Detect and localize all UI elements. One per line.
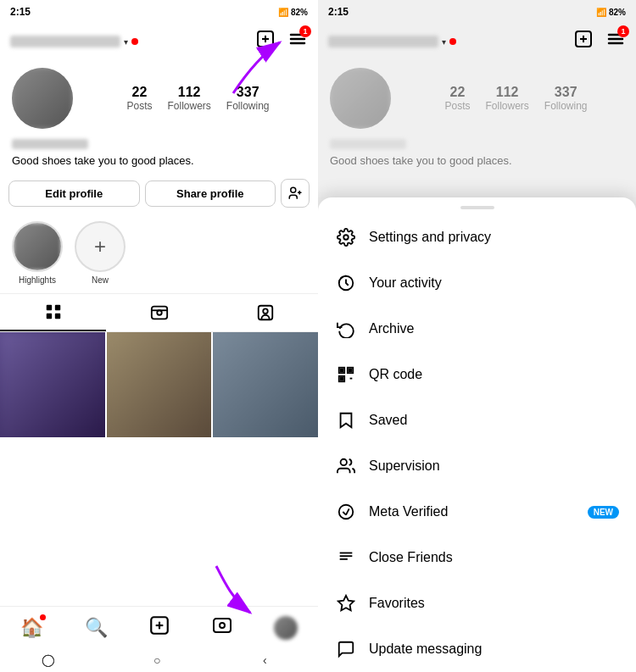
posts-grid [0, 332, 318, 606]
supervision-label: Supervision [369, 458, 440, 474]
svg-rect-10 [54, 305, 59, 310]
following-stat-right: 337 Following [544, 85, 588, 112]
posts-stat-right: 22 Posts [444, 85, 470, 112]
followers-label: Followers [167, 100, 210, 112]
avatar-right [330, 68, 391, 129]
bio-section-right: Good shoes take you to good places. [318, 137, 636, 174]
settings-icon [335, 226, 357, 248]
sheet-item-archive[interactable]: Archive [318, 306, 636, 352]
top-nav-left: ▾ 1 [0, 24, 318, 59]
svg-point-6 [291, 187, 296, 192]
status-icons-right: 📶 82% [596, 8, 626, 17]
add-friend-button[interactable] [281, 179, 310, 208]
dropdown-icon[interactable]: ▾ [124, 37, 128, 47]
tab-reels[interactable] [106, 294, 212, 331]
bio-text-right: Good shoes take you to good places. [330, 154, 624, 167]
sheet-item-supervision[interactable]: Supervision [318, 443, 636, 489]
activity-label: Your activity [369, 275, 442, 291]
followers-count: 112 [178, 85, 201, 100]
nav-home[interactable]: 🏠 [20, 617, 43, 639]
profile-section: 22 Posts 112 Followers 337 Following [0, 59, 318, 137]
nav-search[interactable]: 🔍 [85, 617, 108, 639]
followers-label-right: Followers [485, 100, 528, 112]
nav-reels[interactable] [212, 615, 232, 641]
notification-badge: 1 [299, 25, 311, 37]
sheet-item-activity[interactable]: Your activity [318, 260, 636, 306]
menu-button-right[interactable]: 1 [605, 29, 626, 54]
bottom-nav-left: 🏠 🔍 [0, 606, 318, 648]
username-area: ▾ [10, 36, 138, 47]
dropdown-icon-right[interactable]: ▾ [442, 37, 446, 47]
svg-rect-12 [54, 314, 59, 319]
android-nav-left: ⃝⃝⃝ ○ ‹ [0, 648, 318, 672]
activity-dot-right [449, 38, 456, 45]
tab-grid[interactable] [0, 294, 106, 331]
avatar [12, 68, 73, 129]
svg-point-46 [341, 459, 347, 465]
svg-rect-9 [46, 305, 51, 310]
tab-tagged[interactable] [212, 294, 318, 331]
status-bar-left: 2:15 📶 82% [0, 0, 318, 24]
left-phone-panel: 2:15 📶 82% ▾ [0, 0, 318, 672]
username-blur [10, 36, 120, 47]
tabs-bar [0, 293, 318, 332]
share-profile-button[interactable]: Share profile [145, 180, 276, 207]
sheet-item-close-friends[interactable]: Close Friends [318, 535, 636, 580]
following-count: 337 [237, 85, 259, 100]
highlight-new-label: New [92, 275, 109, 285]
following-stat[interactable]: 337 Following [226, 85, 270, 112]
svg-rect-11 [46, 314, 51, 319]
top-nav-right: ▾ 1 [318, 24, 636, 59]
close-friends-icon [335, 547, 357, 569]
svg-rect-37 [349, 369, 352, 372]
sheet-item-saved[interactable]: Saved [318, 397, 636, 443]
archive-label: Archive [369, 321, 414, 336]
display-name-right [330, 139, 406, 149]
username-blur-right [328, 36, 438, 47]
svg-rect-13 [151, 307, 166, 319]
nav-add[interactable] [148, 614, 170, 641]
posts-count-right: 22 [450, 85, 466, 100]
sheet-item-favorites[interactable]: Favorites [318, 580, 636, 626]
stats-area: 22 Posts 112 Followers 337 Following [90, 85, 306, 112]
svg-line-49 [346, 508, 349, 514]
qrcode-label: QR code [369, 367, 422, 382]
post-thumb[interactable] [213, 332, 318, 437]
add-post-button[interactable] [255, 29, 276, 54]
svg-point-31 [343, 235, 349, 240]
settings-label: Settings and privacy [369, 230, 491, 245]
posts-stat[interactable]: 22 Posts [126, 85, 152, 112]
sheet-item-qrcode[interactable]: QR code [318, 352, 636, 397]
bottom-sheet: Settings and privacy Your activity Ar [318, 197, 636, 672]
meta-label: Meta Verified [369, 504, 448, 519]
post-thumb[interactable] [0, 332, 105, 437]
time-left: 2:15 [10, 6, 31, 18]
posts-count: 22 [132, 85, 148, 100]
notification-badge-right: 1 [617, 25, 629, 37]
bio-section: Good shoes take you to good places. [0, 137, 318, 174]
highlight-new[interactable]: + New [75, 221, 126, 285]
add-post-button-right[interactable] [573, 29, 594, 54]
activity-icon [335, 272, 357, 294]
new-badge: NEW [588, 506, 619, 519]
sheet-handle [460, 206, 494, 209]
favorites-label: Favorites [369, 596, 425, 611]
sheet-item-meta[interactable]: Meta Verified NEW [318, 489, 636, 535]
svg-point-17 [263, 308, 268, 314]
add-highlight-icon: + [94, 235, 106, 258]
edit-profile-button[interactable]: Edit profile [8, 180, 140, 207]
post-thumb[interactable] [107, 332, 212, 437]
sheet-item-messaging[interactable]: Update messaging [318, 626, 636, 672]
highlight-item[interactable]: Highlights [12, 221, 63, 285]
android-home[interactable]: ○ [153, 653, 160, 667]
meta-verified-icon [335, 501, 357, 523]
action-buttons: Edit profile Share profile [0, 174, 318, 213]
nav-profile[interactable] [274, 616, 298, 640]
followers-stat[interactable]: 112 Followers [167, 85, 210, 112]
menu-button[interactable]: 1 [287, 29, 308, 54]
highlight-circle [12, 221, 63, 272]
svg-rect-36 [341, 369, 343, 372]
sheet-item-settings[interactable]: Settings and privacy [318, 214, 636, 260]
android-back[interactable]: ‹ [263, 653, 267, 667]
bio-text: Good shoes take you to good places. [12, 154, 306, 167]
